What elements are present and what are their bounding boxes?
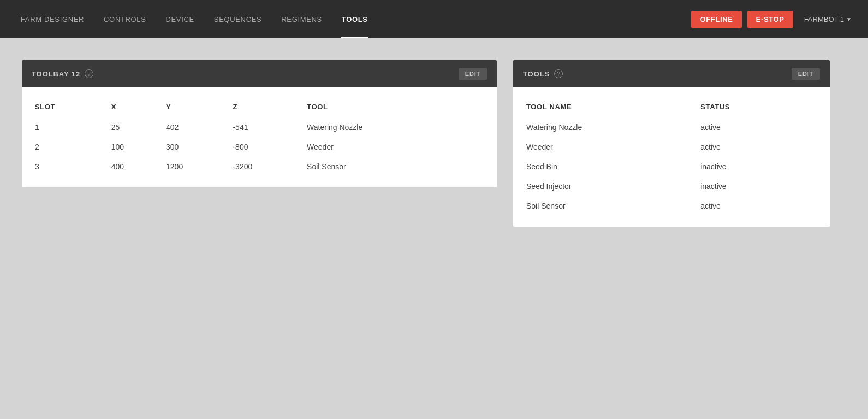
toolbay-card: TOOLBAY 12 ? EDIT SLOT X Y Z TOOL 125402… xyxy=(22,60,497,187)
tools-header-row: TOOL NAME STATUS xyxy=(526,98,817,117)
cell-status: active xyxy=(700,117,817,137)
cell-x: 25 xyxy=(111,117,166,137)
nav-link-farm-designer[interactable]: FARM DESIGNER xyxy=(11,0,94,38)
list-item: Watering Nozzleactive xyxy=(526,117,817,137)
cell-x: 100 xyxy=(111,137,166,157)
nav-link-tools[interactable]: TOOLS xyxy=(332,0,378,38)
offline-button[interactable]: OFFLINE xyxy=(691,11,741,28)
tools-edit-button[interactable]: EDIT xyxy=(792,68,820,80)
cell-x: 400 xyxy=(111,157,166,176)
farmbot-selector[interactable]: FARMBOT 1 ▼ xyxy=(799,15,857,23)
cell-slot: 2 xyxy=(35,137,111,157)
cell-name: Weeder xyxy=(526,137,700,157)
toolbay-edit-button[interactable]: EDIT xyxy=(459,68,487,80)
tools-header: TOOLS ? EDIT xyxy=(513,60,830,87)
nav-right: OFFLINE E-STOP FARMBOT 1 ▼ xyxy=(691,11,857,28)
nav-link-controls[interactable]: CONTROLS xyxy=(94,0,156,38)
tools-title: TOOLS xyxy=(523,70,550,78)
nav-link-sequences[interactable]: SEQUENCES xyxy=(204,0,271,38)
toolbay-title: TOOLBAY 12 xyxy=(32,70,80,78)
col-x: X xyxy=(111,98,166,117)
cell-y: 300 xyxy=(166,137,233,157)
toolbay-header: TOOLBAY 12 ? EDIT xyxy=(22,60,497,87)
col-tool-name: TOOL NAME xyxy=(526,98,700,117)
list-item: Weederactive xyxy=(526,137,817,157)
chevron-down-icon: ▼ xyxy=(846,16,852,22)
list-item: Soil Sensoractive xyxy=(526,196,817,216)
cell-name: Seed Injector xyxy=(526,176,700,196)
cell-slot: 3 xyxy=(35,157,111,176)
col-status: STATUS xyxy=(700,98,817,117)
farmbot-label-text: FARMBOT 1 xyxy=(804,15,844,23)
cell-y: 1200 xyxy=(166,157,233,176)
tools-header-left: TOOLS ? xyxy=(523,69,563,78)
cell-status: active xyxy=(700,137,817,157)
estop-button[interactable]: E-STOP xyxy=(747,11,793,28)
cell-name: Watering Nozzle xyxy=(526,117,700,137)
list-item: Seed Injectorinactive xyxy=(526,176,817,196)
tools-table: TOOL NAME STATUS Watering NozzleactiveWe… xyxy=(526,98,817,216)
cell-z: -3200 xyxy=(233,157,307,176)
col-slot: SLOT xyxy=(35,98,111,117)
col-z: Z xyxy=(233,98,307,117)
tools-help-icon[interactable]: ? xyxy=(554,69,563,78)
toolbay-help-icon[interactable]: ? xyxy=(85,69,93,78)
cell-y: 402 xyxy=(166,117,233,137)
list-item: Seed Bininactive xyxy=(526,157,817,176)
toolbay-header-row: SLOT X Y Z TOOL xyxy=(35,98,484,117)
cell-tool: Watering Nozzle xyxy=(307,117,484,137)
cell-tool: Soil Sensor xyxy=(307,157,484,176)
nav-link-device[interactable]: DEVICE xyxy=(156,0,204,38)
toolbay-header-left: TOOLBAY 12 ? xyxy=(32,69,93,78)
table-row: 125402-541Watering Nozzle xyxy=(35,117,484,137)
cell-z: -541 xyxy=(233,117,307,137)
navbar: FARM DESIGNERCONTROLSDEVICESEQUENCESREGI… xyxy=(0,0,868,38)
col-y: Y xyxy=(166,98,233,117)
tools-card: TOOLS ? EDIT TOOL NAME STATUS Watering N… xyxy=(513,60,830,227)
cell-status: inactive xyxy=(700,157,817,176)
col-tool: TOOL xyxy=(307,98,484,117)
main-content: TOOLBAY 12 ? EDIT SLOT X Y Z TOOL 125402… xyxy=(0,38,868,249)
nav-link-regimens[interactable]: REGIMENS xyxy=(271,0,332,38)
table-row: 34001200-3200Soil Sensor xyxy=(35,157,484,176)
cell-z: -800 xyxy=(233,137,307,157)
tools-body: TOOL NAME STATUS Watering NozzleactiveWe… xyxy=(513,87,830,227)
cell-tool: Weeder xyxy=(307,137,484,157)
cell-name: Soil Sensor xyxy=(526,196,700,216)
table-row: 2100300-800Weeder xyxy=(35,137,484,157)
toolbay-table: SLOT X Y Z TOOL 125402-541Watering Nozzl… xyxy=(35,98,484,176)
cell-name: Seed Bin xyxy=(526,157,700,176)
cell-status: active xyxy=(700,196,817,216)
cell-slot: 1 xyxy=(35,117,111,137)
toolbay-body: SLOT X Y Z TOOL 125402-541Watering Nozzl… xyxy=(22,87,497,187)
nav-links: FARM DESIGNERCONTROLSDEVICESEQUENCESREGI… xyxy=(11,0,691,38)
cell-status: inactive xyxy=(700,176,817,196)
